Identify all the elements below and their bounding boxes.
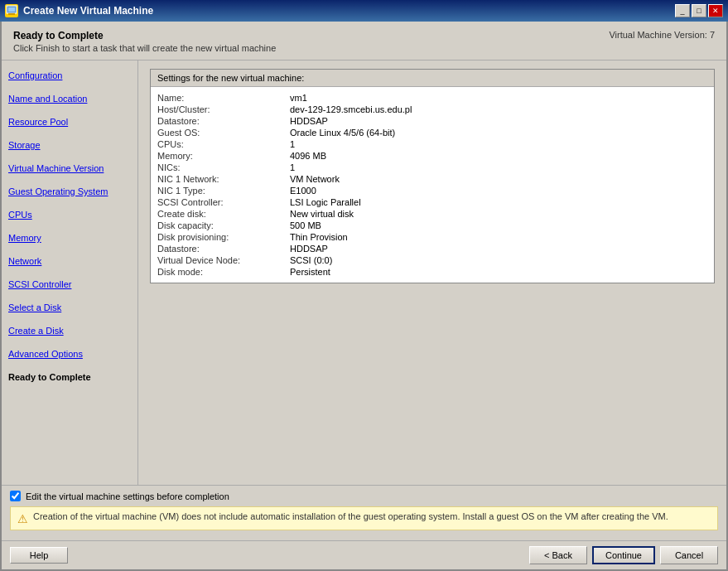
header-left: Ready to Complete Click Finish to start … — [13, 30, 276, 53]
settings-row-value: New virtual disk — [290, 209, 354, 219]
content-area: ConfigurationName and LocationResource P… — [2, 60, 726, 485]
window-title: Create New Virtual Machine — [23, 5, 675, 17]
warning-row: ⚠ Creation of the virtual machine (VM) d… — [10, 506, 718, 530]
window-controls: _ □ ✕ — [675, 4, 723, 17]
settings-row-label: Disk mode: — [157, 267, 290, 277]
sidebar: ConfigurationName and LocationResource P… — [2, 60, 138, 485]
table-row: SCSI Controller:LSI Logic Parallel — [157, 196, 707, 208]
page-title: Ready to Complete — [13, 30, 276, 41]
table-row: Datastore:HDDSAP — [157, 115, 707, 127]
settings-row-value: vm1 — [290, 93, 307, 103]
table-row: Create disk:New virtual disk — [157, 208, 707, 220]
title-bar: Create New Virtual Machine _ □ ✕ — [0, 0, 728, 22]
app-icon — [5, 4, 18, 17]
table-row: Disk capacity:500 MB — [157, 220, 707, 231]
sidebar-item-virtual-machine-version[interactable]: Virtual Machine Version — [8, 162, 131, 175]
settings-row-value: 1 — [290, 139, 295, 149]
sidebar-item-create-a-disk[interactable]: Create a Disk — [8, 324, 131, 337]
sidebar-item-storage[interactable]: Storage — [8, 138, 131, 152]
sidebar-item-name-and-location[interactable]: Name and Location — [8, 92, 131, 105]
checkbox-label: Edit the virtual machine settings before… — [26, 491, 229, 501]
table-row: Datastore:HDDSAP — [157, 243, 707, 254]
settings-row-label: Name: — [157, 93, 290, 103]
settings-row-label: SCSI Controller: — [157, 197, 290, 207]
settings-row-label: Disk capacity: — [157, 220, 290, 230]
settings-row-value: 4096 MB — [290, 151, 326, 161]
sidebar-item-guest-operating-system[interactable]: Guest Operating System — [8, 185, 131, 198]
settings-box: Settings for the new virtual machine: Na… — [150, 69, 715, 283]
table-row: NIC 1 Type:E1000 — [157, 185, 707, 196]
settings-row-value: dev-129-129.smcebi.us.edu.pl — [290, 104, 412, 114]
sidebar-item-advanced-options[interactable]: Advanced Options — [8, 347, 131, 361]
table-row: NIC 1 Network:VM Network — [157, 173, 707, 185]
header-area: Ready to Complete Click Finish to start … — [2, 22, 726, 60]
settings-header: Settings for the new virtual machine: — [151, 70, 714, 87]
settings-row-label: NIC 1 Type: — [157, 186, 290, 196]
svg-rect-2 — [8, 13, 15, 15]
close-button[interactable]: ✕ — [708, 4, 723, 17]
table-row: Disk provisioning:Thin Provision — [157, 231, 707, 243]
sidebar-item-cpus[interactable]: CPUs — [8, 208, 131, 221]
svg-rect-1 — [8, 7, 15, 12]
table-row: Memory:4096 MB — [157, 150, 707, 162]
maximize-button[interactable]: □ — [692, 4, 706, 17]
settings-row-label: CPUs: — [157, 139, 290, 149]
main-content: Settings for the new virtual machine: Na… — [138, 60, 726, 485]
settings-row-label: Memory: — [157, 151, 290, 161]
table-row: NICs:1 — [157, 162, 707, 173]
settings-row-label: NICs: — [157, 162, 290, 172]
vm-version: Virtual Machine Version: 7 — [609, 30, 715, 40]
table-row: Name:vm1 — [157, 92, 707, 104]
settings-row-value: Thin Provision — [290, 232, 348, 242]
footer-right-buttons: < Back Continue Cancel — [529, 546, 718, 564]
table-row: Host/Cluster:dev-129-129.smcebi.us.edu.p… — [157, 104, 707, 115]
cancel-button[interactable]: Cancel — [660, 546, 718, 564]
settings-row-value: Oracle Linux 4/5/6 (64-bit) — [290, 128, 395, 138]
settings-row-label: Guest OS: — [157, 128, 290, 138]
checkbox-row: Edit the virtual machine settings before… — [10, 491, 718, 501]
settings-row-value: LSI Logic Parallel — [290, 197, 361, 207]
settings-row-label: Disk provisioning: — [157, 232, 290, 242]
settings-row-value: HDDSAP — [290, 244, 328, 254]
settings-row-label: NIC 1 Network: — [157, 174, 290, 184]
sidebar-item-configuration[interactable]: Configuration — [8, 69, 131, 82]
table-row: CPUs:1 — [157, 138, 707, 150]
table-row: Virtual Device Node:SCSI (0:0) — [157, 254, 707, 266]
sidebar-item-network[interactable]: Network — [8, 254, 131, 268]
minimize-button[interactable]: _ — [675, 4, 690, 17]
settings-row-label: Virtual Device Node: — [157, 255, 290, 265]
warning-text: Creation of the virtual machine (VM) doe… — [33, 511, 668, 521]
settings-row-value: 500 MB — [290, 220, 321, 230]
help-button[interactable]: Help — [10, 547, 68, 564]
settings-row-label: Host/Cluster: — [157, 104, 290, 114]
sidebar-item-select-a-disk[interactable]: Select a Disk — [8, 301, 131, 314]
continue-button[interactable]: Continue — [592, 546, 655, 564]
settings-table: Name:vm1Host/Cluster:dev-129-129.smcebi.… — [151, 87, 714, 283]
settings-row-value: E1000 — [290, 186, 316, 196]
sidebar-item-scsi-controller[interactable]: SCSI Controller — [8, 278, 131, 291]
settings-row-value: SCSI (0:0) — [290, 255, 332, 265]
settings-row-value: Persistent — [290, 267, 330, 277]
footer: Help < Back Continue Cancel — [2, 540, 726, 569]
settings-row-value: VM Network — [290, 174, 340, 184]
page-subtitle: Click Finish to start a task that will c… — [13, 43, 276, 53]
settings-row-value: 1 — [290, 162, 295, 172]
warning-icon: ⚠ — [17, 512, 28, 525]
settings-row-value: HDDSAP — [290, 116, 328, 126]
bottom-area: Edit the virtual machine settings before… — [2, 485, 726, 540]
sidebar-item-memory[interactable]: Memory — [8, 231, 131, 244]
edit-settings-checkbox[interactable] — [10, 491, 21, 501]
sidebar-item-resource-pool[interactable]: Resource Pool — [8, 115, 131, 128]
back-button[interactable]: < Back — [529, 546, 587, 564]
table-row: Disk mode:Persistent — [157, 266, 707, 278]
sidebar-item-ready-to-complete: Ready to Complete — [8, 370, 131, 384]
main-window: Ready to Complete Click Finish to start … — [0, 22, 728, 571]
settings-row-label: Datastore: — [157, 244, 290, 254]
settings-row-label: Datastore: — [157, 116, 290, 126]
table-row: Guest OS:Oracle Linux 4/5/6 (64-bit) — [157, 127, 707, 138]
settings-row-label: Create disk: — [157, 209, 290, 219]
